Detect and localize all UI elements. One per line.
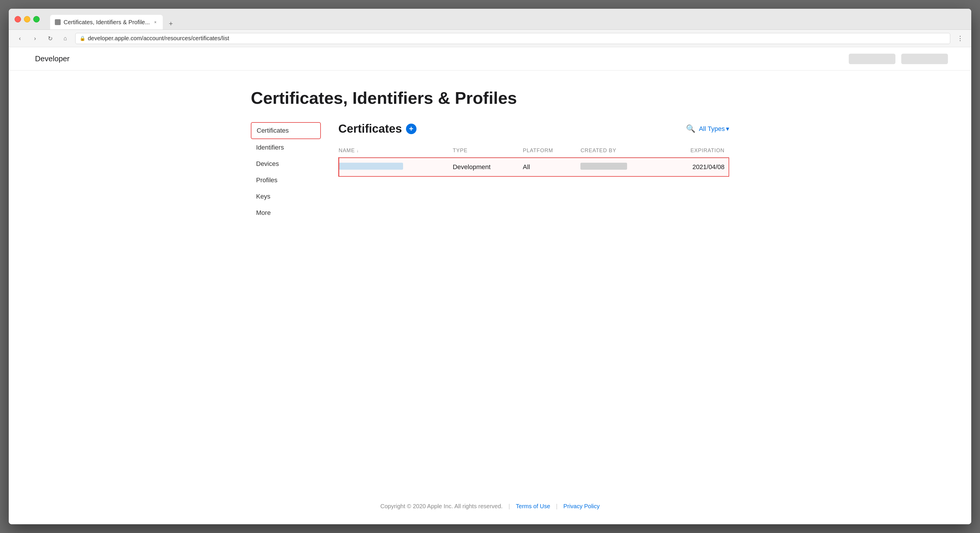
col-header-type: TYPE (453, 144, 523, 158)
search-icon[interactable]: 🔍 (686, 124, 695, 133)
cell-platform: All (523, 158, 581, 177)
forward-button[interactable]: › (30, 33, 40, 44)
home-button[interactable]: ⌂ (60, 33, 71, 44)
copyright-text: Copyright © 2020 Apple Inc. All rights r… (380, 503, 503, 510)
new-tab-button[interactable]: + (165, 18, 177, 29)
col-header-platform: PLATFORM (523, 144, 581, 158)
section-title-text: Certificates (338, 122, 402, 135)
maximize-button[interactable] (33, 16, 40, 22)
minimize-button[interactable] (24, 16, 30, 22)
lock-icon: 🔒 (80, 36, 86, 41)
tab-favicon (55, 19, 60, 25)
active-tab[interactable]: Certificates, Identifiers & Profile... × (50, 15, 163, 29)
cell-type: Development (453, 158, 523, 177)
sidebar-item-more[interactable]: More (251, 205, 321, 221)
section-title-area: Certificates + (338, 122, 417, 135)
footer-divider: | (508, 503, 510, 510)
sort-arrow-name: ↓ (357, 148, 359, 153)
tab-bar: Certificates, Identifiers & Profile... ×… (50, 9, 177, 29)
refresh-button[interactable]: ↻ (45, 33, 56, 44)
back-button[interactable]: ‹ (14, 33, 25, 44)
chevron-down-icon: ▾ (726, 125, 729, 133)
created-by-placeholder (581, 163, 627, 170)
col-header-name: NAME ↓ (339, 144, 453, 158)
col-header-expiration: EXPIRATION (665, 144, 729, 158)
apple-developer-logo[interactable]: Developer (32, 54, 70, 63)
nav-right-item-2[interactable] (901, 54, 948, 64)
content-layout: Certificates Identifiers Devices Profile… (251, 122, 729, 221)
sidebar-item-profiles[interactable]: Profiles (251, 172, 321, 188)
filter-label: All Types (699, 125, 725, 133)
privacy-link[interactable]: Privacy Policy (563, 503, 600, 510)
table-header-row: NAME ↓ TYPE PLATFORM CREA (339, 144, 729, 158)
sidebar-item-keys[interactable]: Keys (251, 189, 321, 204)
col-header-created-by: CREATED BY (581, 144, 665, 158)
certificates-table: NAME ↓ TYPE PLATFORM CREA (338, 144, 729, 177)
footer-divider-2: | (556, 503, 557, 510)
cell-name (339, 158, 453, 177)
page-content: Developer Certificates, Identifiers & Pr… (9, 47, 971, 524)
content-header: Certificates + 🔍 All Types ▾ (338, 122, 729, 135)
browser-toolbar: ‹ › ↻ ⌂ 🔒 developer.apple.com/account/re… (9, 30, 971, 47)
nav-right (849, 54, 948, 64)
sidebar-item-certificates[interactable]: Certificates (251, 122, 321, 139)
page-title: Certificates, Identifiers & Profiles (251, 88, 729, 108)
table-header: NAME ↓ TYPE PLATFORM CREA (339, 144, 729, 158)
sidebar-item-devices[interactable]: Devices (251, 156, 321, 172)
nav-right-item-1[interactable] (849, 54, 896, 64)
sidebar: Certificates Identifiers Devices Profile… (251, 122, 321, 221)
add-certificate-button[interactable]: + (406, 124, 417, 134)
tab-close-btn[interactable]: × (153, 19, 158, 25)
browser-titlebar: Certificates, Identifiers & Profile... ×… (9, 9, 971, 30)
content-area: Certificates + 🔍 All Types ▾ (338, 122, 729, 221)
table-row[interactable]: Development All 2021/04/08 (339, 158, 729, 177)
address-bar[interactable]: 🔒 developer.apple.com/account/resources/… (75, 33, 950, 44)
page-footer: Copyright © 2020 Apple Inc. All rights r… (9, 503, 971, 510)
terms-link[interactable]: Terms of Use (516, 503, 550, 510)
sidebar-item-identifiers[interactable]: Identifiers (251, 140, 321, 155)
main-container: Certificates, Identifiers & Profiles Cer… (228, 70, 752, 239)
filter-button[interactable]: All Types ▾ (699, 125, 729, 133)
close-button[interactable] (14, 16, 21, 22)
name-placeholder (339, 163, 403, 170)
cell-created-by (581, 158, 665, 177)
tab-title: Certificates, Identifiers & Profile... (64, 19, 150, 25)
cell-expiration: 2021/04/08 (665, 158, 729, 177)
brand-name: Developer (35, 54, 70, 63)
browser-menu-button[interactable]: ⋮ (955, 33, 966, 44)
url-text: developer.apple.com/account/resources/ce… (88, 35, 229, 42)
top-nav: Developer (9, 47, 971, 70)
browser-window: Certificates, Identifiers & Profile... ×… (9, 9, 971, 524)
table-body: Development All 2021/04/08 (339, 158, 729, 177)
filter-area: 🔍 All Types ▾ (686, 124, 729, 133)
traffic-lights (14, 16, 40, 22)
